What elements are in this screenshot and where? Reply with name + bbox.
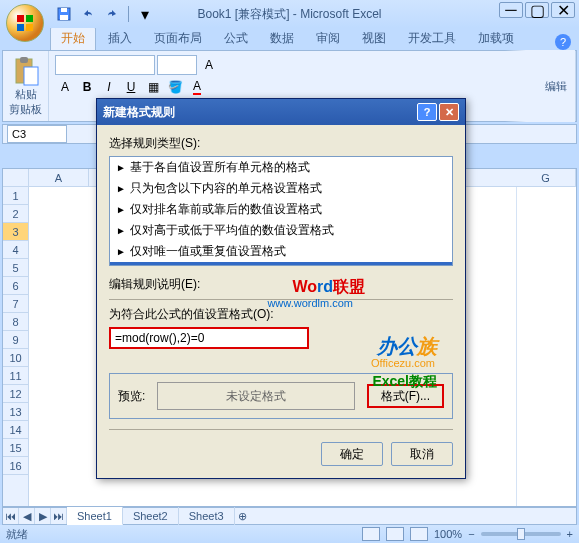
formula-input[interactable] <box>109 327 309 349</box>
zoom-level[interactable]: 100% <box>434 528 462 540</box>
view-normal-icon[interactable] <box>362 527 380 541</box>
bold-icon[interactable]: B <box>77 77 97 97</box>
sheet-tab[interactable]: Sheet1 <box>67 507 123 525</box>
row-header[interactable]: 15 <box>3 439 28 457</box>
row-header[interactable]: 6 <box>3 277 28 295</box>
tab-insert[interactable]: 插入 <box>98 27 142 50</box>
minimize-button[interactable]: ─ <box>499 2 523 18</box>
watermark-officezu: 办公族 <box>377 333 437 360</box>
tab-layout[interactable]: 页面布局 <box>144 27 212 50</box>
quick-access-toolbar: ▾ <box>54 4 155 24</box>
sheet-tab-bar: ⏮ ◀ ▶ ⏭ Sheet1 Sheet2 Sheet3 ⊕ <box>2 507 577 525</box>
rule-type-list[interactable]: ►基于各自值设置所有单元格的格式►只为包含以下内容的单元格设置格式►仅对排名靠前… <box>109 156 453 266</box>
sheet-nav-prev-icon[interactable]: ◀ <box>19 508 35 524</box>
col-header[interactable]: A <box>29 169 89 186</box>
row-header[interactable]: 16 <box>3 457 28 475</box>
restore-button[interactable]: ▢ <box>525 2 549 18</box>
close-button[interactable]: ✕ <box>551 2 575 18</box>
dialog-titlebar[interactable]: 新建格式规则 ? ✕ <box>97 99 465 125</box>
sheet-tab[interactable]: Sheet3 <box>179 507 235 525</box>
svg-rect-5 <box>61 8 67 12</box>
watermark-excel-tutorial: Excel教程 <box>372 373 437 391</box>
row-header[interactable]: 1 <box>3 187 28 205</box>
row-header[interactable]: 11 <box>3 367 28 385</box>
watermark-url: www.wordlm.com <box>267 297 353 309</box>
sheet-nav-last-icon[interactable]: ⏭ <box>51 508 67 524</box>
status-bar: 就绪 100% − + <box>0 525 579 543</box>
zoom-out-icon[interactable]: − <box>468 528 474 540</box>
preview-label: 预览: <box>118 388 145 405</box>
select-rule-type-label: 选择规则类型(S): <box>109 135 453 152</box>
save-icon[interactable] <box>54 4 74 24</box>
tab-data[interactable]: 数据 <box>260 27 304 50</box>
row-header[interactable]: 3 <box>3 223 28 241</box>
underline-icon[interactable]: U <box>121 77 141 97</box>
dialog-title: 新建格式规则 <box>103 104 175 121</box>
row-header[interactable]: 7 <box>3 295 28 313</box>
select-all-corner[interactable] <box>3 169 29 186</box>
undo-icon[interactable] <box>78 4 98 24</box>
sheet-tab[interactable]: Sheet2 <box>123 507 179 525</box>
tab-view[interactable]: 视图 <box>352 27 396 50</box>
rule-type-item[interactable]: ►基于各自值设置所有单元格的格式 <box>110 157 452 178</box>
row-header[interactable]: 12 <box>3 385 28 403</box>
tab-formulas[interactable]: 公式 <box>214 27 258 50</box>
window-titlebar: ▾ Book1 [兼容模式] - Microsoft Excel ─ ▢ ✕ <box>0 0 579 28</box>
ok-button[interactable]: 确定 <box>321 442 383 466</box>
tab-review[interactable]: 审阅 <box>306 27 350 50</box>
rule-type-item[interactable]: ►仅对排名靠前或靠后的数值设置格式 <box>110 199 452 220</box>
zoom-slider[interactable] <box>481 532 561 536</box>
row-header[interactable]: 8 <box>3 313 28 331</box>
row-header[interactable]: 2 <box>3 205 28 223</box>
cancel-button[interactable]: 取消 <box>391 442 453 466</box>
rule-type-item[interactable]: ►仅对唯一值或重复值设置格式 <box>110 241 452 262</box>
svg-rect-9 <box>24 67 38 85</box>
rule-type-item[interactable]: ►只为包含以下内容的单元格设置格式 <box>110 178 452 199</box>
svg-rect-6 <box>60 15 68 20</box>
row-header[interactable]: 14 <box>3 421 28 439</box>
font-family-select[interactable] <box>55 55 155 75</box>
qat-dropdown-icon[interactable]: ▾ <box>135 4 155 24</box>
dialog-close-icon[interactable]: ✕ <box>439 103 459 121</box>
tab-developer[interactable]: 开发工具 <box>398 27 466 50</box>
zoom-in-icon[interactable]: + <box>567 528 573 540</box>
fill-color-icon[interactable]: 🪣 <box>165 77 185 97</box>
tab-addins[interactable]: 加载项 <box>468 27 524 50</box>
row-header[interactable]: 13 <box>3 403 28 421</box>
row-header[interactable]: 4 <box>3 241 28 259</box>
row-header[interactable]: 5 <box>3 259 28 277</box>
svg-rect-0 <box>17 15 24 22</box>
dialog-help-icon[interactable]: ? <box>417 103 437 121</box>
svg-rect-1 <box>26 15 33 22</box>
paste-label: 粘贴 <box>15 87 37 102</box>
office-button[interactable] <box>6 4 44 42</box>
paste-button[interactable]: 粘贴 <box>9 55 42 102</box>
col-header[interactable]: G <box>516 169 576 186</box>
redo-icon[interactable] <box>102 4 122 24</box>
sheet-nav-next-icon[interactable]: ▶ <box>35 508 51 524</box>
font-color-icon[interactable]: A <box>187 77 207 97</box>
font-size-select[interactable] <box>157 55 197 75</box>
status-text: 就绪 <box>6 527 28 542</box>
grow-font-icon[interactable]: A <box>199 55 219 75</box>
rule-type-item[interactable]: ►使用公式确定要设置格式的单元格 <box>110 262 452 266</box>
italic-icon[interactable]: I <box>99 77 119 97</box>
help-icon[interactable]: ? <box>555 34 571 50</box>
edit-rule-label: 编辑规则说明(E): <box>109 276 453 293</box>
rule-type-item[interactable]: ►仅对高于或低于平均值的数值设置格式 <box>110 220 452 241</box>
watermark-wordlm: Word联盟 <box>292 277 365 298</box>
view-pagebreak-icon[interactable] <box>410 527 428 541</box>
clipboard-group-label: 剪贴板 <box>9 102 42 117</box>
svg-rect-8 <box>20 57 28 63</box>
svg-rect-2 <box>17 24 24 31</box>
shrink-font-icon[interactable]: A <box>55 77 75 97</box>
view-layout-icon[interactable] <box>386 527 404 541</box>
sheet-nav-first-icon[interactable]: ⏮ <box>3 508 19 524</box>
tab-home[interactable]: 开始 <box>50 26 96 50</box>
name-box[interactable]: C3 <box>7 125 67 143</box>
border-icon[interactable]: ▦ <box>143 77 163 97</box>
ribbon-tabs: 开始 插入 页面布局 公式 数据 审阅 视图 开发工具 加载项 ? <box>0 28 579 50</box>
new-sheet-icon[interactable]: ⊕ <box>235 508 251 524</box>
row-header[interactable]: 10 <box>3 349 28 367</box>
row-header[interactable]: 9 <box>3 331 28 349</box>
